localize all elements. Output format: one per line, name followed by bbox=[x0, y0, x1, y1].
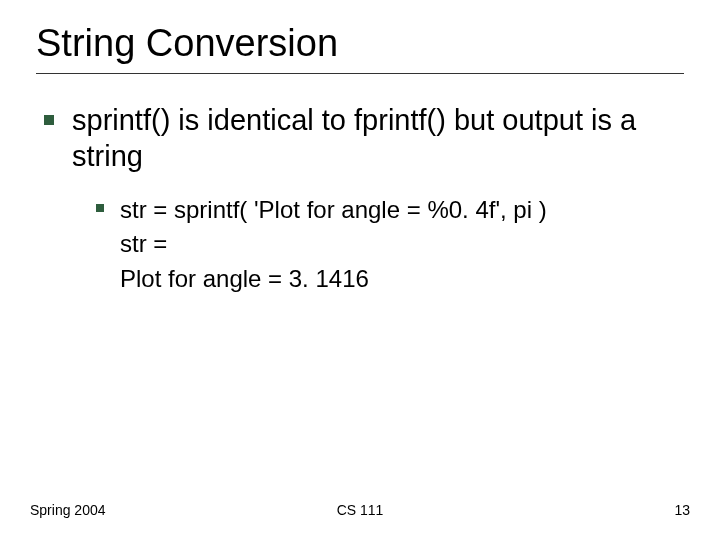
bullet-level2: str = sprintf( 'Plot for angle = %0. 4f'… bbox=[96, 193, 684, 228]
square-bullet-icon bbox=[44, 115, 54, 125]
output-line: Plot for angle = 3. 1416 bbox=[120, 262, 684, 297]
title-underline bbox=[36, 73, 684, 74]
footer-date: Spring 2004 bbox=[30, 502, 106, 518]
bullet-level1-text: sprintf() is identical to fprintf() but … bbox=[72, 102, 684, 175]
code-line: str = sprintf( 'Plot for angle = %0. 4f'… bbox=[120, 193, 547, 228]
slide-title: String Conversion bbox=[36, 22, 684, 65]
square-bullet-icon bbox=[96, 204, 104, 212]
bullet-level1: sprintf() is identical to fprintf() but … bbox=[44, 102, 684, 175]
slide-footer: Spring 2004 CS 111 13 bbox=[0, 502, 720, 518]
output-line: str = bbox=[120, 227, 684, 262]
bullet-level2-block: str = sprintf( 'Plot for angle = %0. 4f'… bbox=[96, 193, 684, 297]
footer-course: CS 111 bbox=[337, 502, 384, 518]
slide: String Conversion sprintf() is identical… bbox=[0, 0, 720, 540]
slide-number: 13 bbox=[674, 502, 690, 518]
